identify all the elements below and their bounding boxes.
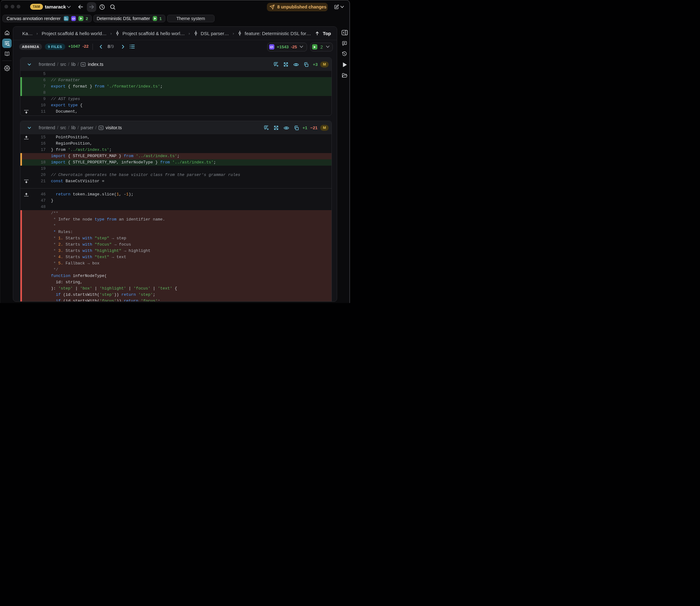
svg-text:TS: TS — [100, 127, 102, 129]
svg-text:TS: TS — [82, 64, 84, 66]
